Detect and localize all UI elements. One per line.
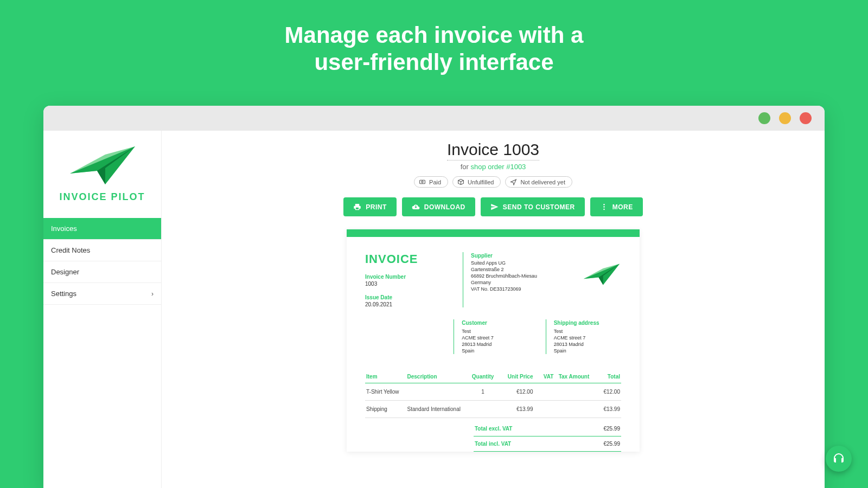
totals-block: Total excl. VAT €25.99 Total incl. VAT €…: [365, 421, 621, 452]
print-button[interactable]: PRINT: [343, 197, 397, 216]
sidebar-item-label: Credit Notes: [51, 246, 90, 254]
invoice-heading: INVOICE: [365, 252, 446, 266]
col-tax-amount: Tax Amount: [554, 370, 590, 383]
cell-unit-price: €13.99: [498, 401, 534, 418]
chevron-right-icon: ›: [151, 290, 154, 298]
page-title: Invoice 1003: [447, 140, 539, 160]
button-label: PRINT: [366, 203, 387, 211]
col-unit-price: Unit Price: [498, 370, 534, 383]
invoice-logo: [582, 252, 621, 307]
sidebar-item-invoices[interactable]: Invoices: [43, 218, 161, 240]
doc-accent-bar: [347, 229, 640, 237]
hero-line1: Manage each invoice with a: [0, 22, 868, 49]
customer-label: Customer: [462, 319, 529, 327]
cash-icon: [419, 178, 426, 185]
sidebar-item-settings[interactable]: Settings ›: [43, 283, 161, 305]
customer-street: ACME street 7: [462, 335, 529, 341]
page-subtitle: for shop order #1003: [461, 163, 526, 171]
supplier-street: Gartenstraße 2: [471, 266, 537, 273]
supplier-vat: VAT No. DE331723069: [471, 286, 537, 292]
sidebar-item-label: Settings: [51, 290, 76, 298]
sidebar: INVOICE PILOT Invoices Credit Notes Desi…: [43, 131, 162, 488]
send-icon: [510, 178, 517, 185]
cell-total: €13.99: [590, 401, 621, 418]
supplier-name: Suited Apps UG: [471, 260, 537, 266]
download-button[interactable]: DOWNLOAD: [402, 197, 475, 216]
cell-tax-amount: [554, 401, 590, 418]
total-excl-label: Total excl. VAT: [475, 426, 512, 432]
badge-label: Paid: [429, 179, 441, 185]
col-total: Total: [590, 370, 621, 383]
cell-description: [406, 383, 468, 401]
subtitle-prefix: for: [461, 163, 471, 171]
issue-date-label: Issue Date: [365, 294, 446, 300]
svg-point-5: [603, 204, 605, 206]
brand-name: INVOICE PILOT: [49, 191, 156, 203]
traffic-light-maximize[interactable]: [779, 112, 791, 124]
badge-label: Not delivered yet: [520, 179, 565, 185]
table-row: Shipping Standard International €13.99 €…: [365, 401, 621, 418]
cell-total: €12.00: [590, 383, 621, 401]
paper-plane-logo-icon: [67, 144, 138, 187]
shipping-street: ACME street 7: [554, 335, 621, 341]
traffic-light-close[interactable]: [800, 112, 812, 124]
package-icon: [457, 178, 464, 185]
badge-unfulfilled: Unfulfilled: [452, 176, 501, 188]
app-window: INVOICE PILOT Invoices Credit Notes Desi…: [43, 106, 825, 488]
cell-vat: [534, 401, 554, 418]
status-badges: Paid Unfulfilled Not delivered yet: [414, 176, 572, 188]
supplier-label: Supplier: [471, 252, 537, 260]
button-label: SEND TO CUSTOMER: [503, 203, 575, 211]
button-label: MORE: [612, 203, 633, 211]
hero-headline: Manage each invoice with a user-friendly…: [0, 0, 868, 98]
total-incl-value: €25.99: [603, 441, 620, 447]
total-incl-label: Total incl. VAT: [475, 441, 511, 447]
traffic-light-minimize[interactable]: [758, 112, 770, 124]
cell-quantity: 1: [468, 383, 499, 401]
sidebar-item-credit-notes[interactable]: Credit Notes: [43, 240, 161, 261]
col-quantity: Quantity: [468, 370, 499, 383]
sidebar-item-designer[interactable]: Designer: [43, 261, 161, 283]
svg-point-7: [603, 209, 605, 210]
supplier-block: Supplier Suited Apps UG Gartenstraße 2 6…: [463, 252, 537, 307]
send-to-customer-button[interactable]: SEND TO CUSTOMER: [481, 197, 585, 216]
cell-item: T-Shirt Yellow: [365, 383, 406, 401]
shipping-block: Shipping address Test ACME street 7 2801…: [546, 319, 621, 354]
app-logo: INVOICE PILOT: [43, 131, 161, 218]
invoice-number: 1003: [365, 281, 446, 287]
badge-paid: Paid: [414, 176, 448, 188]
shipping-country: Spain: [554, 348, 621, 354]
badge-label: Unfulfilled: [468, 179, 494, 185]
cell-unit-price: €12.00: [498, 383, 534, 401]
cell-quantity: [468, 401, 499, 418]
action-bar: PRINT DOWNLOAD SEND TO CUSTOMER MORE: [343, 197, 642, 216]
sidebar-item-label: Invoices: [51, 224, 77, 233]
support-chat-button[interactable]: [826, 446, 852, 472]
issue-date: 20.09.2021: [365, 301, 446, 307]
supplier-city: 66892 Bruchmühlbach-Miesau: [471, 273, 537, 279]
col-item: Item: [365, 370, 406, 383]
paper-plane-logo-icon: [582, 262, 621, 287]
shipping-city: 28013 Madrid: [554, 341, 621, 348]
print-icon: [353, 203, 361, 211]
svg-point-6: [603, 206, 605, 208]
sidebar-item-label: Designer: [51, 268, 79, 276]
customer-country: Spain: [462, 348, 529, 354]
customer-city: 28013 Madrid: [462, 341, 529, 348]
col-vat: VAT: [534, 370, 554, 383]
customer-block: Customer Test ACME street 7 28013 Madrid…: [454, 319, 529, 354]
line-items-table: Item Description Quantity Unit Price VAT…: [365, 370, 621, 418]
svg-rect-3: [420, 180, 425, 184]
more-vertical-icon: [600, 203, 608, 211]
svg-point-4: [422, 181, 423, 183]
supplier-country: Germany: [471, 279, 537, 286]
shop-order-link[interactable]: shop order #1003: [470, 163, 526, 171]
shipping-label: Shipping address: [554, 319, 621, 327]
badge-not-delivered: Not delivered yet: [505, 176, 572, 188]
more-button[interactable]: MORE: [590, 197, 643, 216]
cell-description: Standard International: [406, 401, 468, 418]
table-row: T-Shirt Yellow 1 €12.00 €12.00: [365, 383, 621, 401]
sidebar-nav: Invoices Credit Notes Designer Settings …: [43, 218, 161, 305]
headset-icon: [832, 452, 845, 465]
cell-tax-amount: [554, 383, 590, 401]
